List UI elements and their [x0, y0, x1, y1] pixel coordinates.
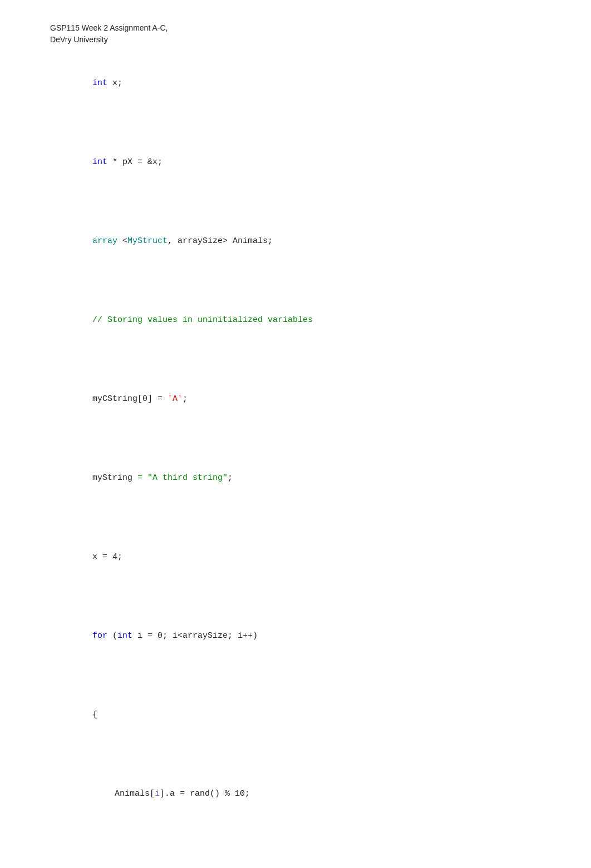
- char-literal: 'A': [168, 394, 183, 404]
- code-text: ].a = rand() % 10;: [160, 789, 250, 798]
- code-line-3: array <MyStruct, arraySize> Animals;: [72, 215, 591, 267]
- code-blank-8: [72, 667, 591, 685]
- code-text: myCString[0] =: [92, 394, 168, 404]
- code-line-6: myString = "A third string";: [72, 452, 591, 504]
- code-blank-10: [72, 825, 591, 842]
- equals-op: =: [137, 473, 142, 483]
- code-text: , arraySize> Animals;: [168, 236, 273, 246]
- keyword-array: array: [92, 236, 117, 246]
- code-text: x = 4;: [92, 552, 122, 562]
- code-text: [142, 473, 147, 483]
- code-blank-4: [72, 351, 591, 369]
- code-text: <: [117, 236, 127, 246]
- code-text: x;: [107, 78, 122, 88]
- keyword-for: for: [92, 631, 107, 641]
- code-text: ;: [183, 394, 188, 404]
- code-blank-9: [72, 746, 591, 763]
- code-blank-5: [72, 430, 591, 448]
- page-header: GSP115 Week 2 Assignment A-C, DeVry Univ…: [50, 22, 591, 46]
- keyword-int3: int: [117, 631, 132, 641]
- var-i1: i: [155, 789, 160, 798]
- keyword-int2: int: [92, 157, 107, 167]
- keyword-int: int: [92, 78, 107, 88]
- code-blank-2: [72, 193, 591, 211]
- code-line-10: Animals[i].a = rand() % 10;: [95, 767, 591, 820]
- code-blank-1: [72, 114, 591, 132]
- code-text: Animals[: [115, 789, 155, 798]
- code-block: int x; int * pX = &x; array <MyStruct, a…: [72, 57, 591, 868]
- code-line-9: {: [72, 688, 591, 741]
- code-line-8: for (int i = 0; i<arraySize; i++): [72, 609, 591, 662]
- comment-text: // Storing values in uninitialized varia…: [92, 315, 313, 325]
- code-text: * pX = &x;: [107, 157, 162, 167]
- code-text: myString: [92, 473, 137, 483]
- header-line2: DeVry University: [50, 34, 591, 46]
- code-blank-3: [72, 272, 591, 290]
- code-text: (: [107, 631, 117, 641]
- header-line1: GSP115 Week 2 Assignment A-C,: [50, 22, 591, 34]
- code-line-11: Animals[i].b = rand() % 100 / 100.0;: [95, 846, 591, 868]
- string-literal: "A third string": [147, 473, 228, 483]
- code-line-7: x = 4;: [72, 530, 591, 583]
- code-text: ;: [228, 473, 233, 483]
- code-brace-open: {: [92, 710, 97, 720]
- code-line-5: myCString[0] = 'A';: [72, 373, 591, 425]
- code-text: i = 0; i<arraySize; i++): [132, 631, 258, 641]
- code-comment-1: // Storing values in uninitialized varia…: [72, 294, 591, 346]
- keyword-mystruct: MyStruct: [127, 236, 168, 246]
- code-blank-7: [72, 588, 591, 606]
- code-blank-6: [72, 509, 591, 527]
- code-line-1: int x;: [72, 57, 591, 110]
- code-line-2: int * pX = &x;: [72, 136, 591, 189]
